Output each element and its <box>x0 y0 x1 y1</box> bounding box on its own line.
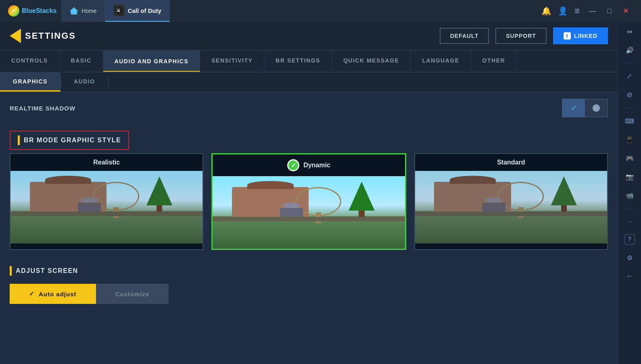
realtime-shadow-toggle[interactable]: ✓ <box>562 99 608 117</box>
linked-label: LINKED <box>574 33 597 39</box>
minimize-button[interactable]: — <box>586 7 598 15</box>
adjust-screen-section: ADJUST SCREEN ✓ Auto adjust Customize <box>0 260 618 310</box>
content-area: GRAPHICS AUDIO REALTIME SHADOW ✓ <box>0 73 618 364</box>
sidebar-more-icon[interactable]: ··· <box>624 216 635 227</box>
sidebar-phone-icon[interactable]: 📱 <box>624 134 635 145</box>
tab-sensitivity[interactable]: SENSITIVITY <box>200 51 264 72</box>
app-name: BlueStacks <box>22 7 56 15</box>
linked-button[interactable]: f LINKED <box>553 27 608 44</box>
tab-br-settings[interactable]: BR SETTINGS <box>264 51 332 72</box>
settings-header: SETTINGS DEFAULT SUPPORT f LINKED <box>0 22 618 51</box>
sidebar-slash-icon[interactable]: ⊘ <box>624 89 635 100</box>
standard-title-bar: Standard <box>415 154 607 171</box>
tab-language[interactable]: LANGUAGE <box>411 51 471 72</box>
game-tab-label: Call of Duty <box>128 7 161 14</box>
realistic-label: Realistic <box>93 159 120 166</box>
auto-adjust-check-icon: ✓ <box>29 290 35 297</box>
tab-basic[interactable]: BASIC <box>60 51 103 72</box>
sidebar-divider-2 <box>624 108 636 108</box>
auto-adjust-button[interactable]: ✓ Auto adjust <box>10 284 96 304</box>
sidebar-expand-icon[interactable]: ⇔ <box>624 26 635 37</box>
sidebar-video-icon[interactable]: 📹 <box>624 189 635 201</box>
customize-button[interactable]: Customize <box>96 284 169 304</box>
subtab-divider2 <box>108 76 109 88</box>
settings-panel: SETTINGS DEFAULT SUPPORT f LINKED CONTRO… <box>0 22 618 364</box>
dynamic-title-bar: ✓ Dynamic <box>213 154 405 176</box>
sidebar-arrows-icon[interactable]: ⤢ <box>624 71 635 82</box>
game-tab[interactable]: ⚔ Call of Duty <box>105 0 170 22</box>
home-tab[interactable]: Home <box>61 0 105 22</box>
sub-tabs: GRAPHICS AUDIO <box>0 73 618 92</box>
bell-icon[interactable]: 🔔 <box>541 6 551 16</box>
settings-logo: SETTINGS <box>10 29 76 43</box>
user-icon[interactable]: 👤 <box>558 6 568 16</box>
svg-text:⚔: ⚔ <box>116 8 121 13</box>
right-sidebar: ⇔ 🔊 ⤢ ⊘ ⌨ 📱 🎮 📷 📹 ··· ? ⚙ ← <box>618 22 641 364</box>
maximize-button[interactable]: □ <box>605 7 614 15</box>
titlebar-actions: 🔔 👤 ≡ — □ ✕ <box>541 6 638 16</box>
tab-audio-graphics[interactable]: AUDIO AND GRAPHICS <box>103 51 200 72</box>
default-button[interactable]: DEFAULT <box>440 28 489 44</box>
realistic-title-bar: Realistic <box>10 154 203 171</box>
menu-icon[interactable]: ≡ <box>574 6 580 16</box>
auto-adjust-label: Auto adjust <box>39 291 77 297</box>
standard-card[interactable]: Standard <box>414 153 608 250</box>
dynamic-card[interactable]: ✓ Dynamic <box>211 153 406 250</box>
section-bar-icon <box>18 135 20 145</box>
adjust-bar-icon <box>10 266 12 276</box>
realtime-shadow-label: REALTIME SHADOW <box>10 105 562 112</box>
br-mode-section-wrapper: BR MODE GRAPHIC STYLE <box>0 124 618 153</box>
sidebar-question-icon[interactable]: ? <box>624 234 635 245</box>
game-icon: ⚔ <box>113 5 125 16</box>
selected-check-icon: ✓ <box>287 159 299 171</box>
sidebar-volume-icon[interactable]: 🔊 <box>624 44 635 56</box>
app-logo[interactable]: BlueStacks <box>3 5 61 17</box>
tab-controls[interactable]: CONTROLS <box>0 51 60 72</box>
sidebar-gear-icon[interactable]: ⚙ <box>624 252 635 263</box>
sidebar-camera-icon[interactable]: 📷 <box>624 171 635 182</box>
br-mode-header: BR MODE GRAPHIC STYLE <box>10 131 129 150</box>
home-tab-label: Home <box>81 8 96 14</box>
logo-icon <box>8 5 19 17</box>
standard-label: Standard <box>497 159 525 166</box>
realistic-image <box>10 171 203 243</box>
dynamic-label: Dynamic <box>303 162 330 169</box>
realtime-shadow-row: REALTIME SHADOW ✓ <box>0 92 618 124</box>
subtab-audio[interactable]: AUDIO <box>61 73 108 92</box>
sidebar-gamepad-icon[interactable]: 🎮 <box>624 152 635 164</box>
titlebar: BlueStacks Home ⚔ Call of Duty 🔔 👤 ≡ — □… <box>0 0 641 22</box>
sidebar-divider-1 <box>624 63 636 63</box>
toggle-on-button[interactable]: ✓ <box>562 99 585 117</box>
subtab-graphics[interactable]: GRAPHICS <box>0 73 61 92</box>
close-button[interactable]: ✕ <box>620 6 631 15</box>
tab-quick-message[interactable]: QUICK MESSAGE <box>332 51 411 72</box>
realistic-card[interactable]: Realistic <box>10 153 203 250</box>
br-mode-title: BR MODE GRAPHIC STYLE <box>24 137 121 144</box>
toggle-off-button[interactable] <box>585 99 608 117</box>
settings-title: SETTINGS <box>25 31 76 41</box>
adjust-screen-header: ADJUST SCREEN <box>10 266 608 276</box>
tab-other[interactable]: OTHER <box>471 51 517 72</box>
sidebar-back-icon[interactable]: ← <box>624 270 635 282</box>
sidebar-divider-3 <box>624 208 636 208</box>
sidebar-keyboard-icon[interactable]: ⌨ <box>624 115 635 127</box>
main-container: SETTINGS DEFAULT SUPPORT f LINKED CONTRO… <box>0 22 641 364</box>
adjust-buttons: ✓ Auto adjust Customize <box>10 284 608 304</box>
svg-point-4 <box>593 104 600 112</box>
dynamic-image <box>213 176 405 249</box>
nav-tabs: CONTROLS BASIC AUDIO AND GRAPHICS SENSIT… <box>0 51 618 73</box>
graphic-style-cards: Realistic <box>0 153 618 260</box>
facebook-icon: f <box>564 32 571 40</box>
adjust-screen-title: ADJUST SCREEN <box>16 267 78 275</box>
back-arrow-icon <box>10 29 21 43</box>
standard-image <box>415 171 607 243</box>
home-icon <box>69 7 78 15</box>
support-button[interactable]: SUPPORT <box>495 28 547 44</box>
